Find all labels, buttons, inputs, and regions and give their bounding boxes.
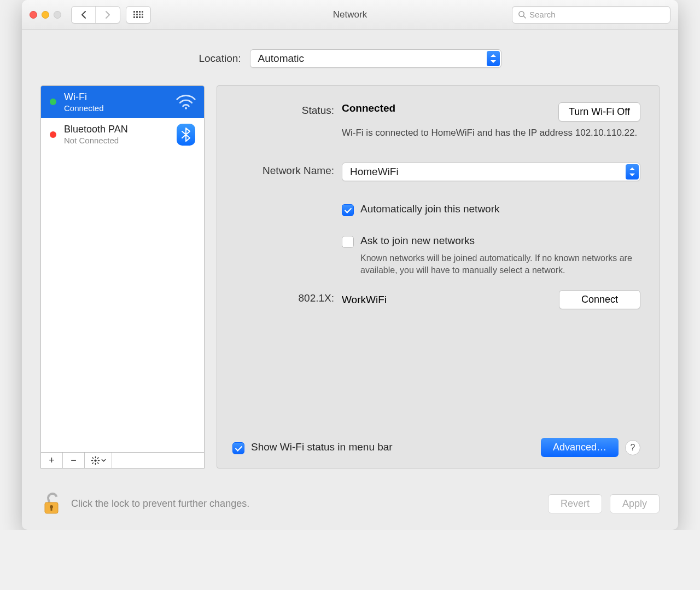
ask-join-helper: Known networks will be joined automatica… [360,252,640,276]
network-name-label: Network Name: [232,163,342,181]
gear-icon [91,456,100,465]
grid-icon [133,11,143,18]
location-row: Location: Automatic [40,49,660,68]
detail-panel: Status: Connected Turn Wi-Fi Off Wi-Fi i… [217,85,660,468]
status-value: Connected [342,102,395,114]
ask-join-row: Ask to join new networks Known networks … [232,232,640,280]
network-name-value: HomeWiFi [350,166,399,178]
service-item-bluetooth-pan[interactable]: Bluetooth PAN Not Connected [41,118,204,151]
status-label: Status: [232,102,342,140]
revert-button[interactable]: Revert [548,494,602,513]
footer: Click the lock to prevent further change… [22,482,678,530]
chevron-down-icon [101,459,106,462]
window-controls [30,11,61,19]
show-status-checkbox-row[interactable]: Show Wi-Fi status in menu bar [232,441,393,454]
help-button[interactable]: ? [625,440,640,455]
back-button[interactable] [72,7,96,23]
location-value: Automatic [258,53,304,65]
show-status-checkbox[interactable] [232,442,244,454]
status-description: Wi-Fi is connected to HomeWiFi and has t… [342,127,640,140]
search-field[interactable] [512,6,670,24]
dot1x-value: WorkWiFi [342,294,387,306]
titlebar: Network [22,0,678,30]
panel-bottom-row: Show Wi-Fi status in menu bar Advanced… … [232,438,640,457]
minimize-window-button[interactable] [42,11,49,19]
lock-button[interactable] [40,491,62,516]
turn-wifi-off-button[interactable]: Turn Wi-Fi Off [558,102,640,122]
dot1x-row: 802.1X: WorkWiFi Connect [232,290,640,309]
location-label: Location: [199,53,241,65]
footer-buttons: Revert Apply [548,494,660,513]
service-status: Not Connected [64,136,176,145]
add-service-button[interactable]: + [41,453,63,468]
bluetooth-icon [176,124,196,146]
svg-point-2 [185,107,187,109]
service-title: Bluetooth PAN [64,124,176,136]
chevron-right-icon [104,10,111,19]
service-title: Wi-Fi [64,91,176,103]
ask-join-checkbox[interactable] [342,236,354,248]
lock-text: Click the lock to prevent further change… [71,498,249,510]
plus-icon: + [49,455,55,466]
network-preferences-window: Network Location: Automatic Wi-Fi [22,0,678,530]
search-icon [518,10,526,19]
auto-join-row: Automatically join this network [232,200,640,221]
apply-button[interactable]: Apply [610,494,660,513]
auto-join-checkbox-row[interactable]: Automatically join this network [342,203,640,216]
svg-rect-6 [51,507,52,511]
network-name-row: Network Name: HomeWiFi [232,163,640,181]
auto-join-checkbox[interactable] [342,204,354,216]
auto-join-label: Automatically join this network [360,203,500,215]
service-item-wifi[interactable]: Wi-Fi Connected [41,86,204,118]
stepper-icon [487,51,500,66]
wifi-icon [176,92,196,111]
help-icon: ? [631,443,635,453]
svg-line-1 [523,16,526,18]
stepper-icon [626,164,639,180]
show-status-label: Show Wi-Fi status in menu bar [251,441,393,453]
minus-icon: − [71,455,77,466]
ask-join-checkbox-row[interactable]: Ask to join new networks [342,235,640,248]
nav-back-forward [71,6,120,24]
dot1x-label: 802.1X: [232,290,342,309]
forward-button[interactable] [96,7,120,23]
show-all-button[interactable] [126,6,151,24]
status-row: Status: Connected Turn Wi-Fi Off Wi-Fi i… [232,102,640,140]
dot1x-connect-button[interactable]: Connect [559,290,640,309]
search-input[interactable] [529,10,664,19]
status-dot-green [50,99,56,105]
remove-service-button[interactable]: − [63,453,85,468]
advanced-button[interactable]: Advanced… [541,438,619,457]
svg-point-3 [94,459,96,461]
location-select[interactable]: Automatic [250,49,501,68]
content-area: Location: Automatic Wi-Fi Connected [22,30,678,482]
panels: Wi-Fi Connected [40,85,660,468]
ask-join-label: Ask to join new networks [360,235,475,247]
chevron-left-icon [80,10,87,19]
unlocked-lock-icon [40,491,62,516]
service-sidebar: Wi-Fi Connected [40,85,205,468]
service-list-toolbar: + − [40,452,205,468]
network-name-select[interactable]: HomeWiFi [342,163,640,181]
close-window-button[interactable] [30,11,37,19]
status-dot-red [50,131,56,138]
service-actions-button[interactable] [85,453,112,468]
service-status: Connected [64,103,176,113]
zoom-window-button[interactable] [54,11,61,19]
service-list[interactable]: Wi-Fi Connected [40,85,205,453]
